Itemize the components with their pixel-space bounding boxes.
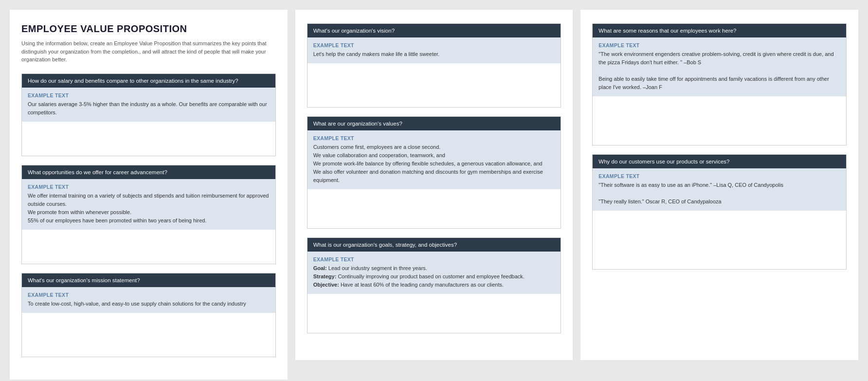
section-mission-example-label: EXAMPLE TEXT <box>28 292 270 298</box>
section-mission-blank[interactable] <box>22 313 275 357</box>
section-goals: What is our organization's goals, strate… <box>307 237 561 333</box>
section-mission-filled: EXAMPLE TEXT To create low-cost, high-va… <box>22 287 275 313</box>
section-career-text: We offer internal training on a variety … <box>28 192 270 225</box>
section-reasons-example-label: EXAMPLE TEXT <box>598 42 840 48</box>
page-description: Using the information below, create an E… <box>21 39 276 64</box>
section-reasons-filled: EXAMPLE TEXT "The work environment engen… <box>593 37 846 96</box>
section-vision-text: Let's help the candy makers make life a … <box>313 50 555 58</box>
section-salary-text: Our salaries average 3-5% higher than th… <box>28 100 270 117</box>
section-values: What are our organization's values? EXAM… <box>307 116 561 229</box>
section-mission-header: What's our organization's mission statem… <box>22 273 275 287</box>
section-career: What opportunities do we offer for caree… <box>21 165 276 264</box>
section-customers-header: Why do our customers use our products or… <box>593 155 846 168</box>
main-layout: EMPLOYEE VALUE PROPOSITION Using the inf… <box>10 10 858 380</box>
section-values-filled: EXAMPLE TEXT Customers come first, emplo… <box>307 130 561 189</box>
section-reasons-header: What are some reasons that our employees… <box>593 24 846 37</box>
column-1: EMPLOYEE VALUE PROPOSITION Using the inf… <box>10 10 288 380</box>
section-mission-text: To create low-cost, high-value, and easy… <box>28 300 270 308</box>
section-reasons: What are some reasons that our employees… <box>592 23 847 145</box>
section-vision-filled: EXAMPLE TEXT Let's help the candy makers… <box>307 37 561 63</box>
section-customers: Why do our customers use our products or… <box>592 154 847 270</box>
section-customers-filled: EXAMPLE TEXT "Their software is as easy … <box>593 168 846 211</box>
section-vision: What's our organization's vision? EXAMPL… <box>307 23 561 108</box>
section-vision-blank[interactable] <box>307 63 561 107</box>
section-mission: What's our organization's mission statem… <box>21 273 276 357</box>
section-career-example-label: EXAMPLE TEXT <box>28 184 270 190</box>
section-vision-example-label: EXAMPLE TEXT <box>313 42 555 48</box>
section-salary-example-label: EXAMPLE TEXT <box>28 92 270 98</box>
section-values-example-label: EXAMPLE TEXT <box>313 135 555 141</box>
column-2: What's our organization's vision? EXAMPL… <box>295 10 573 360</box>
section-customers-example-label: EXAMPLE TEXT <box>598 173 840 179</box>
section-goals-text: Goal: Lead our industry segment in three… <box>313 264 555 289</box>
section-goals-header: What is our organization's goals, strate… <box>307 238 561 252</box>
section-goals-example-label: EXAMPLE TEXT <box>313 256 555 262</box>
column-3: What are some reasons that our employees… <box>580 10 858 360</box>
section-goals-blank[interactable] <box>307 294 561 333</box>
section-salary: How do our salary and benefits compare t… <box>21 73 276 156</box>
section-values-blank[interactable] <box>307 189 561 228</box>
section-vision-header: What's our organization's vision? <box>307 24 561 37</box>
section-salary-header: How do our salary and benefits compare t… <box>22 74 275 88</box>
section-customers-text: "Their software is as easy to use as an … <box>598 181 840 206</box>
page-title: EMPLOYEE VALUE PROPOSITION <box>21 23 276 35</box>
section-career-blank[interactable] <box>22 230 275 264</box>
section-salary-filled: EXAMPLE TEXT Our salaries average 3-5% h… <box>22 88 275 122</box>
section-career-filled: EXAMPLE TEXT We offer internal training … <box>22 179 275 230</box>
section-values-text: Customers come first, employees are a cl… <box>313 143 555 184</box>
section-salary-blank[interactable] <box>22 122 275 156</box>
section-reasons-text: "The work environment engenders creative… <box>598 50 840 91</box>
section-values-header: What are our organization's values? <box>307 117 561 130</box>
section-career-header: What opportunities do we offer for caree… <box>22 165 275 179</box>
section-customers-blank[interactable] <box>593 211 846 269</box>
section-reasons-blank[interactable] <box>593 96 846 145</box>
section-goals-filled: EXAMPLE TEXT Goal: Lead our industry seg… <box>307 252 561 294</box>
